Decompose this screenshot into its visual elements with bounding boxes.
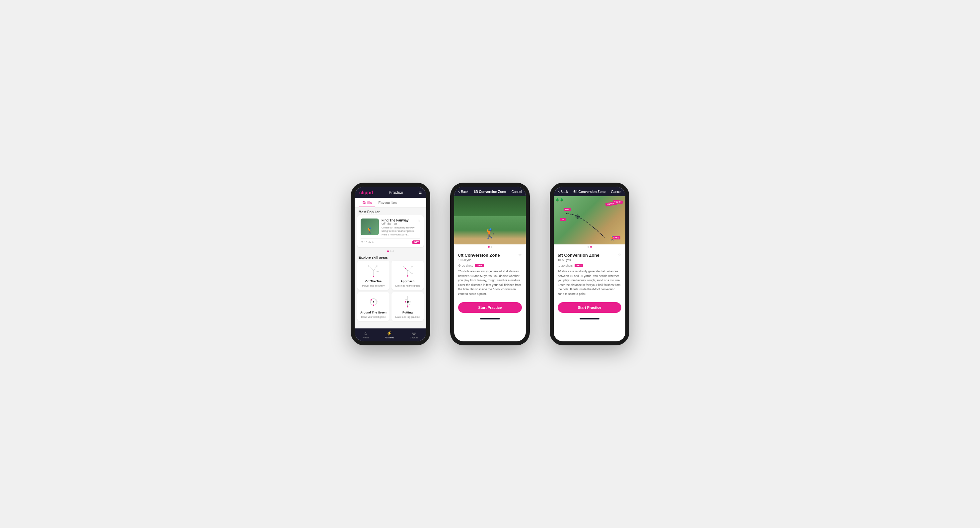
favourite-star-2[interactable]: ☆	[518, 253, 522, 257]
img-dot-3-1	[587, 246, 589, 248]
drill-description: 20 shots are randomly generated at dista…	[458, 269, 522, 296]
image-dots-3	[554, 244, 625, 249]
tab-favourites[interactable]: Favourites	[375, 198, 401, 207]
svg-point-7	[378, 271, 379, 272]
drill-thumbnail: 🏌	[361, 219, 379, 235]
phone-3-screen: < Back 6ft Conversion Zone Cancel FAIRWA…	[554, 187, 625, 341]
activities-icon: ⚡	[387, 330, 392, 336]
phone-1-screen: clippd Practice ≡ Drills Favourites Most…	[355, 187, 426, 341]
around-green-icon	[365, 295, 382, 309]
home-icon: ⌂	[364, 330, 367, 336]
drill-description-3: 20 shots are randomly generated at dista…	[558, 269, 621, 296]
phone-2: < Back 6ft Conversion Zone Cancel 🏌 6ft …	[450, 183, 530, 345]
img-dot-1	[488, 246, 490, 248]
drill-map: FAIRWAY ROUGH SAND Miss Hit 🏌 🌲	[554, 196, 625, 244]
drills-content: Most Popular 🏌 ☆ Find The Fairway Off Th…	[355, 207, 426, 329]
drill-title: Find The Fairway	[382, 219, 420, 222]
activities-label: Activities	[385, 337, 394, 339]
header-title: Practice	[389, 190, 403, 195]
arg-badge-3: ARG	[574, 264, 583, 267]
golfer-figure: 🏌	[484, 228, 496, 239]
nav-activities[interactable]: ⚡ Activities	[385, 330, 394, 339]
svg-point-15	[411, 266, 413, 267]
putting-icon	[399, 295, 416, 309]
cancel-button[interactable]: Cancel	[512, 190, 522, 194]
app-logo: clippd	[359, 190, 373, 195]
svg-point-23	[373, 305, 374, 306]
start-practice-button-3[interactable]: Start Practice	[558, 302, 621, 313]
nav-home[interactable]: ⌂ Home	[363, 330, 369, 339]
back-button[interactable]: < Back	[458, 190, 468, 194]
svg-point-30	[405, 301, 406, 303]
arg-badge: ARG	[475, 264, 484, 267]
dot-3	[393, 250, 394, 252]
shots-count: ⏱ 20 shots	[458, 264, 473, 267]
svg-point-5	[368, 265, 369, 266]
favourite-star[interactable]: ☆	[417, 219, 420, 222]
clock-icon-3: ⏱	[558, 264, 561, 267]
skill-sub-atg: Hone your short game	[361, 316, 385, 319]
trees-background	[454, 196, 526, 216]
skill-label-putting: Putting	[402, 311, 413, 314]
drill-info: 6ft Conversion Zone 10-50 yds ☆ ⏱ 20 sho…	[454, 249, 526, 300]
svg-point-18	[405, 268, 406, 269]
svg-point-17	[407, 275, 408, 277]
drill-text: ☆ Find The Fairway Off The Tee Create an…	[382, 219, 420, 236]
phone-2-header: < Back 6ft Conversion Zone Cancel	[454, 187, 526, 196]
favourite-star-3[interactable]: ☆	[618, 253, 621, 257]
skill-label-atg: Around The Green	[360, 311, 387, 314]
approach-icon	[399, 263, 416, 278]
phones-container: clippd Practice ≡ Drills Favourites Most…	[351, 183, 629, 345]
skill-sub-ott: Power and accuracy	[362, 284, 385, 287]
ott-badge: OTT	[412, 241, 420, 244]
svg-point-29	[407, 306, 408, 307]
start-practice-button[interactable]: Start Practice	[458, 302, 522, 313]
header-drill-title-3: 6ft Conversion Zone	[574, 190, 606, 194]
featured-drill-card[interactable]: 🏌 ☆ Find The Fairway Off The Tee Create …	[357, 215, 424, 247]
skill-label-ott: Off The Tee	[365, 279, 382, 283]
skill-label-approach: Approach	[401, 279, 414, 283]
skill-around-green[interactable]: Around The Green Hone your short game	[357, 292, 390, 321]
drill-meta: ⏱ 20 shots ARG	[458, 264, 522, 267]
svg-point-28	[407, 297, 408, 298]
skill-sub-approach: Dial-in to hit the green	[395, 284, 420, 287]
explore-label: Explore skill areas	[355, 254, 426, 261]
svg-point-33	[409, 304, 410, 305]
tree-icon-2: 🌲	[560, 198, 564, 202]
skill-putting[interactable]: Putting Make and lag practice	[391, 292, 424, 321]
home-label: Home	[363, 337, 369, 339]
svg-point-6	[376, 265, 377, 266]
phone-3: < Back 6ft Conversion Zone Cancel FAIRWA…	[550, 183, 629, 345]
drill-title-3: 6ft Conversion Zone	[558, 253, 600, 258]
cancel-button-3[interactable]: Cancel	[611, 190, 621, 194]
card-dots	[355, 249, 426, 254]
svg-line-11	[408, 266, 412, 271]
dot-1	[387, 250, 389, 252]
card-footer: ⏱ 10 shots OTT	[361, 238, 420, 244]
skill-off-the-tee[interactable]: Off The Tee Power and accuracy	[357, 261, 390, 290]
svg-point-16	[411, 273, 413, 274]
svg-line-4	[374, 271, 379, 272]
phone-1-header: clippd Practice ≡	[355, 187, 426, 198]
clock-icon-2: ⏱	[458, 264, 461, 267]
image-dots	[454, 244, 526, 249]
tab-drills[interactable]: Drills	[359, 198, 375, 207]
svg-point-14	[403, 266, 404, 267]
svg-line-1	[369, 266, 374, 271]
svg-point-21	[373, 298, 374, 299]
skill-approach[interactable]: Approach Dial-in to hit the green	[391, 261, 424, 290]
off-the-tee-icon	[365, 263, 382, 278]
clock-icon: ⏱	[361, 241, 363, 244]
back-button-3[interactable]: < Back	[558, 190, 568, 194]
svg-line-13	[408, 271, 412, 273]
golfer-on-map: 🏌	[610, 236, 616, 241]
menu-icon[interactable]: ≡	[419, 190, 422, 195]
shots-info: ⏱ 10 shots	[361, 241, 374, 244]
svg-line-2	[374, 266, 377, 271]
capture-label: Capture	[410, 337, 418, 339]
phone-3-header: < Back 6ft Conversion Zone Cancel	[554, 187, 625, 196]
drill-description: Create an imaginary fairway using trees …	[382, 226, 420, 236]
nav-capture[interactable]: ⊕ Capture	[410, 330, 418, 339]
dot-2	[390, 250, 391, 252]
skill-areas-grid: Off The Tee Power and accuracy	[355, 261, 426, 324]
